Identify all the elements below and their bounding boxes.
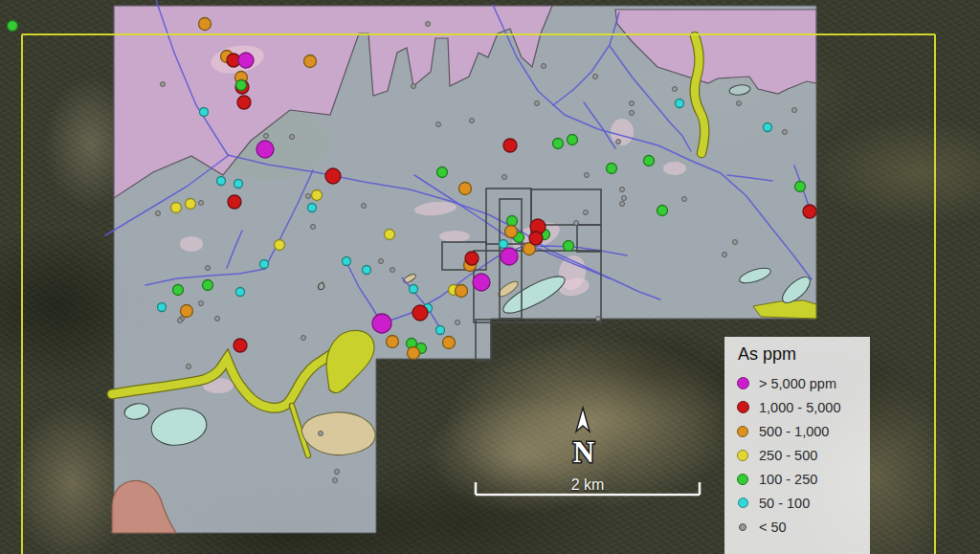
sample-point-lt50 — [585, 173, 590, 178]
sample-point-r100 — [173, 285, 184, 296]
sample-point-gt5000 — [238, 53, 254, 68]
sample-point-lt50 — [206, 266, 211, 271]
sample-point-gt5000 — [501, 248, 518, 265]
sample-point-r50 — [158, 303, 167, 312]
sample-point-lt50 — [593, 75, 598, 79]
sample-point-lt50 — [264, 134, 269, 139]
sample-point-r50 — [436, 326, 445, 335]
sample-point-lt50 — [306, 194, 311, 199]
sample-point-lt50 — [673, 87, 678, 92]
legend-dot-r1000 — [737, 401, 749, 413]
legend-item-r100: 100 - 250 — [736, 467, 870, 491]
sample-point-lt50 — [574, 221, 579, 226]
sample-point-lt50 — [502, 175, 507, 180]
sample-point-lt50 — [620, 202, 625, 207]
legend-item-r250: 250 - 500 — [736, 443, 870, 467]
sample-point-r100 — [564, 241, 574, 252]
legend-item-r1000: 1,000 - 5,000 — [736, 395, 870, 419]
sample-point-lt50 — [311, 225, 316, 230]
north-arrow: N — [573, 408, 594, 469]
sample-point-r50 — [764, 123, 772, 132]
sample-point-lt50 — [535, 101, 540, 106]
legend-dot-r250 — [737, 450, 748, 461]
legend-item-lt50: < 50 — [736, 515, 870, 539]
sample-point-lt50 — [156, 211, 161, 216]
legend-dot-lt50 — [739, 523, 746, 531]
sample-point-lt50 — [737, 101, 742, 106]
sample-point-r100 — [795, 182, 806, 192]
sample-point-r100 — [607, 164, 617, 174]
sample-point-r100 — [203, 280, 213, 291]
sample-point-lt50 — [215, 317, 220, 321]
sample-point-r50 — [410, 285, 418, 294]
legend-dot-r100 — [737, 474, 748, 485]
legend-title: As ppm — [738, 344, 870, 365]
legend-dot-r50 — [738, 498, 748, 508]
sample-point-lt50 — [379, 259, 384, 264]
sample-point-lt50 — [616, 140, 621, 144]
sample-point-r500 — [443, 337, 456, 349]
sample-point-r50 — [363, 266, 371, 275]
sample-point-lt50 — [622, 196, 627, 201]
legend-label: 1,000 - 5,000 — [759, 400, 840, 415]
legend-label: 250 - 500 — [759, 448, 817, 463]
sample-point-r100 — [553, 139, 564, 149]
sample-point-r1000 — [465, 252, 479, 265]
sample-point-lt50 — [584, 211, 589, 215]
sample-point-r1000 — [234, 339, 247, 352]
sample-point-lt50 — [335, 470, 340, 475]
legend-dot-gt5000 — [737, 377, 749, 389]
sample-point-lt50 — [161, 82, 166, 87]
sample-point-r250 — [385, 230, 395, 240]
sample-point-r1000 — [503, 139, 517, 152]
sample-point-r1000 — [412, 305, 428, 321]
sample-point-r500 — [304, 55, 317, 68]
sample-point-r100 — [437, 167, 448, 178]
sample-point-r100 — [507, 216, 518, 227]
sample-point-r1000 — [325, 168, 341, 184]
sample-point-r50 — [200, 108, 209, 117]
sample-point-lt50 — [596, 317, 601, 321]
sample-point-lt50 — [792, 108, 797, 113]
sample-point-lt50 — [178, 319, 183, 323]
sample-point-gt5000 — [256, 141, 274, 158]
sample-point-gt5000 — [473, 274, 490, 291]
sample-point-r100 — [644, 156, 655, 166]
sample-point-lt50 — [199, 201, 204, 206]
sample-point-r1000 — [529, 232, 543, 245]
sample-point-lt50 — [542, 64, 546, 69]
sample-point-lt50 — [199, 301, 204, 306]
sample-point-r50 — [676, 100, 684, 108]
blush-patch — [663, 162, 686, 175]
legend-label: < 50 — [759, 520, 787, 535]
map-figure: { "map": { "north_label": "N", "scale_la… — [0, 0, 980, 554]
sample-point-r1000 — [228, 195, 241, 209]
legend: As ppm > 5,000 ppm1,000 - 5,000500 - 1,0… — [724, 337, 870, 554]
sample-point-lt50 — [456, 321, 460, 325]
sample-point-lt50 — [783, 130, 788, 135]
sample-point-lt50 — [723, 253, 727, 257]
sample-point-lt50 — [733, 240, 738, 245]
sample-point-lt50 — [301, 336, 306, 341]
sample-point-r1000 — [237, 96, 251, 109]
sample-point-r500 — [456, 285, 468, 298]
sample-point-lt50 — [436, 122, 441, 127]
sample-point-lt50 — [290, 135, 295, 140]
legend-item-r500: 500 - 1,000 — [736, 419, 870, 443]
legend-label: 500 - 1,000 — [759, 424, 829, 439]
blush-patch — [180, 236, 203, 252]
sample-point-r500 — [387, 336, 399, 348]
sample-point-lt50 — [470, 119, 475, 123]
sample-point-r50 — [217, 177, 226, 186]
sample-point-lt50 — [620, 188, 625, 192]
sample-point-lt50 — [390, 268, 395, 273]
sample-point-r500 — [505, 226, 518, 238]
blush-patch — [611, 119, 634, 145]
north-label: N — [573, 435, 594, 469]
sample-point-r500 — [181, 305, 193, 318]
sample-point-r50 — [343, 257, 351, 266]
legend-label: 100 - 250 — [759, 472, 817, 487]
sample-point-r500 — [408, 347, 420, 360]
sample-point-r50 — [260, 260, 269, 269]
sample-point-r50 — [308, 204, 317, 212]
